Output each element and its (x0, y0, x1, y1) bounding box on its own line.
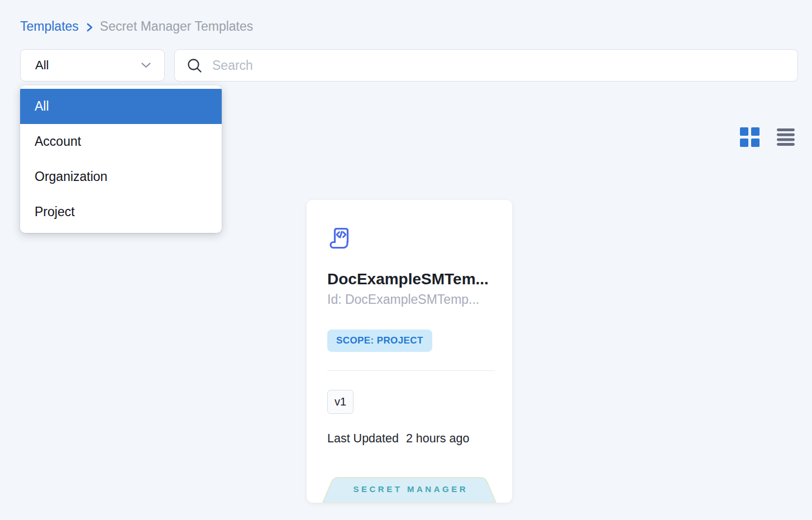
dropdown-option-project[interactable]: Project (20, 194, 222, 230)
search-icon (187, 58, 202, 73)
breadcrumb-current: Secret Manager Templates (100, 19, 253, 34)
last-updated-row: Last Updated 2 hours ago (327, 432, 495, 446)
scope-filter-select[interactable]: All (20, 49, 165, 82)
dropdown-option-all[interactable]: All (20, 89, 222, 124)
search-bar (174, 49, 798, 82)
breadcrumb: Templates Secret Manager Templates (20, 19, 253, 34)
last-updated-value: 2 hours ago (406, 432, 470, 446)
template-scroll-code-icon (327, 223, 353, 249)
template-card-body: DocExampleSMTem... Id: DocExampleSMTemp.… (307, 200, 512, 446)
search-input[interactable] (212, 58, 786, 73)
template-id: Id: DocExampleSMTemp... (327, 292, 495, 307)
module-ribbon-label: SECRET MANAGER (322, 484, 496, 494)
card-divider (327, 370, 495, 371)
module-ribbon: SECRET MANAGER (322, 477, 496, 503)
chevron-down-icon (141, 63, 151, 68)
list-view-icon[interactable] (777, 128, 795, 146)
scope-filter-dropdown: All Account Organization Project (20, 85, 222, 233)
dropdown-option-account[interactable]: Account (20, 124, 222, 159)
template-title: DocExampleSMTem... (327, 270, 495, 288)
secret-manager-templates-page: Templates Secret Manager Templates All A… (0, 0, 812, 520)
last-updated-label: Last Updated (327, 432, 399, 446)
version-tag: v1 (327, 390, 354, 414)
dropdown-option-organization[interactable]: Organization (20, 159, 222, 194)
scope-badge: SCOPE: PROJECT (327, 330, 432, 352)
grid-view-icon[interactable] (740, 127, 760, 147)
chevron-right-icon (85, 22, 93, 33)
template-card[interactable]: DocExampleSMTem... Id: DocExampleSMTemp.… (307, 200, 512, 503)
scope-filter-value: All (35, 58, 49, 73)
breadcrumb-templates-link[interactable]: Templates (20, 19, 79, 34)
